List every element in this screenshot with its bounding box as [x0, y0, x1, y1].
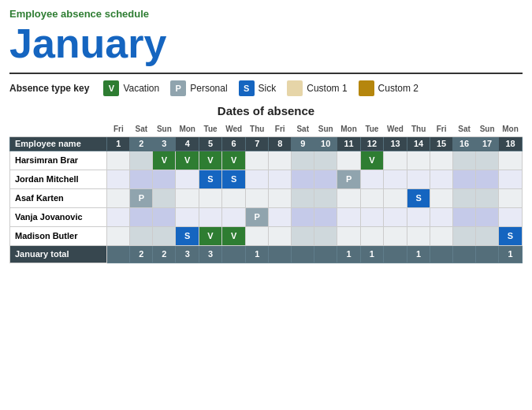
key-text: Personal — [190, 83, 227, 94]
key-text: Sick — [259, 83, 277, 94]
date-header: 1 — [107, 136, 130, 151]
absence-cell — [292, 188, 314, 207]
dates-section: Dates of absence FriSatSunMonTueWedThuFr… — [9, 104, 523, 263]
date-header: 6 — [222, 136, 246, 151]
absence-cell: S — [499, 226, 523, 245]
absence-cell — [499, 207, 523, 226]
day-header: Wed — [383, 122, 407, 136]
absence-cell — [499, 188, 523, 207]
absence-cell — [222, 188, 246, 207]
absence-cell — [430, 207, 453, 226]
date-header: 3 — [153, 136, 176, 151]
absence-cell — [360, 207, 383, 226]
employee-row: Vanja JovanovicP — [10, 207, 523, 226]
absence-cell — [383, 226, 407, 245]
date-header: 15 — [430, 136, 453, 151]
absence-cell — [246, 226, 269, 245]
total-cell: 2 — [130, 245, 153, 263]
absence-cell — [314, 207, 337, 226]
absence-cell — [292, 226, 314, 245]
absence-cell: S — [222, 170, 246, 188]
employee-name-cell: Harsimran Brar — [10, 151, 107, 170]
absence-cell — [360, 188, 383, 207]
day-header: Mon — [337, 122, 361, 136]
key-badge — [359, 80, 374, 96]
absence-cell — [407, 207, 430, 226]
key-item: Custom 2 — [359, 80, 419, 96]
page-subtitle: Employee absence schedule — [9, 8, 523, 20]
day-header: Sun — [476, 122, 499, 136]
absence-cell — [476, 207, 499, 226]
date-header: 16 — [453, 136, 476, 151]
absence-cell — [453, 226, 476, 245]
date-header: 9 — [292, 136, 314, 151]
date-header: 2 — [130, 136, 153, 151]
absence-cell — [269, 170, 292, 188]
absence-cell — [176, 207, 199, 226]
absence-cell: V — [222, 226, 246, 245]
absence-cell: V — [176, 151, 199, 170]
total-cell — [430, 245, 453, 263]
total-label: January total — [10, 245, 107, 263]
employee-name-header: Employee name — [10, 136, 107, 151]
date-header: 17 — [476, 136, 499, 151]
total-cell: 2 — [153, 245, 176, 263]
employee-name-cell: Vanja Jovanovic — [10, 207, 107, 226]
absence-cell — [130, 170, 153, 188]
key-item: SSick — [239, 80, 277, 96]
total-cell: 1 — [246, 245, 269, 263]
absence-cell — [337, 188, 361, 207]
absence-cell — [383, 151, 407, 170]
absence-cell: S — [176, 226, 199, 245]
day-header: Thu — [246, 122, 269, 136]
total-cell — [383, 245, 407, 263]
absence-cell — [499, 170, 523, 188]
absence-cell — [314, 226, 337, 245]
key-text: Custom 2 — [378, 83, 419, 94]
absence-cell — [430, 151, 453, 170]
total-cell: 1 — [499, 245, 523, 263]
absence-cell — [107, 188, 130, 207]
absence-cell — [476, 188, 499, 207]
key-item: VVacation — [103, 80, 159, 96]
dates-title: Dates of absence — [9, 104, 523, 117]
total-cell: 1 — [337, 245, 361, 263]
key-item: Custom 1 — [287, 80, 347, 96]
schedule-table: FriSatSunMonTueWedThuFriSatSunMonTueWedT… — [9, 122, 523, 263]
absence-cell — [107, 226, 130, 245]
absence-cell — [476, 226, 499, 245]
total-cell: 1 — [360, 245, 383, 263]
absence-cell — [337, 226, 361, 245]
key-badge: S — [239, 80, 255, 96]
day-header: Sun — [314, 122, 337, 136]
absence-cell — [314, 151, 337, 170]
absence-cell: V — [360, 151, 383, 170]
absence-cell — [269, 188, 292, 207]
day-header: Fri — [107, 122, 130, 136]
absence-cell — [107, 170, 130, 188]
absence-cell — [176, 170, 199, 188]
absence-cell: V — [153, 151, 176, 170]
employee-row: Jordan MitchellSSP — [10, 170, 523, 188]
absence-cell — [130, 151, 153, 170]
absence-cell — [407, 151, 430, 170]
date-header: 7 — [246, 136, 269, 151]
date-header: 10 — [314, 136, 337, 151]
date-header: 11 — [337, 136, 361, 151]
absence-cell — [430, 170, 453, 188]
absence-key-label: Absence type key — [9, 83, 89, 94]
absence-cell — [246, 188, 269, 207]
absence-cell — [360, 226, 383, 245]
absence-cell — [107, 151, 130, 170]
absence-cell: P — [337, 170, 361, 188]
key-text: Vacation — [123, 83, 159, 94]
absence-cell — [453, 151, 476, 170]
absence-cell — [476, 170, 499, 188]
total-cell — [107, 245, 130, 263]
absence-cell — [153, 226, 176, 245]
absence-cell — [430, 188, 453, 207]
employee-row: Harsimran BrarVVVVV — [10, 151, 523, 170]
date-header: 13 — [383, 136, 407, 151]
absence-cell — [153, 188, 176, 207]
day-header: Thu — [407, 122, 430, 136]
